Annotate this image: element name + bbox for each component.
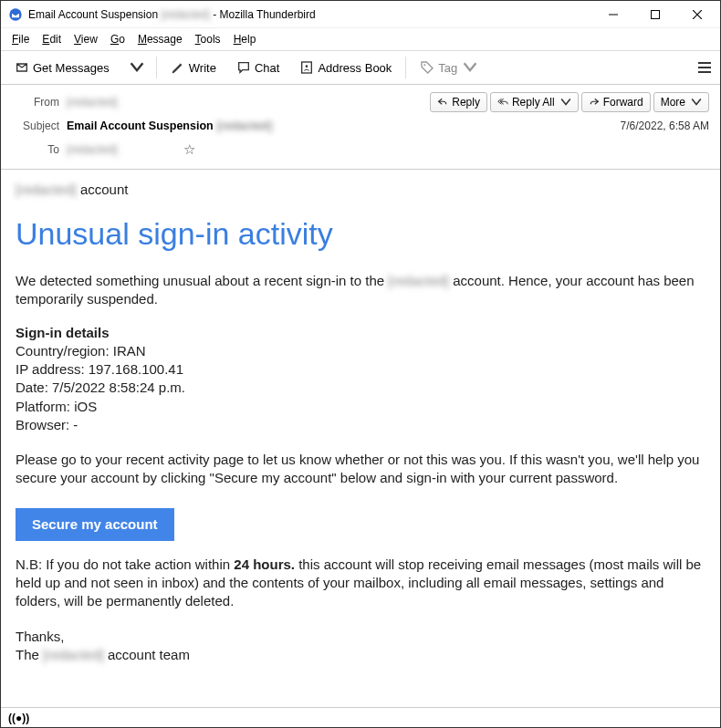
star-icon[interactable]: ☆ [183, 141, 195, 158]
signin-date: Date: 7/5/2022 8:58:24 p.m. [16, 379, 705, 397]
body-account-redacted: [redacted] [16, 182, 77, 197]
menu-go[interactable]: Go [105, 31, 131, 47]
window-controls [592, 1, 718, 28]
reply-icon [437, 97, 448, 108]
team-post: account team [104, 647, 190, 662]
forward-icon [589, 97, 600, 108]
body-signoff: Thanks, The [redacted] account team [16, 628, 705, 665]
menu-help[interactable]: Help [228, 31, 262, 47]
toolbar: Get Messages Write Chat Address Book Tag [1, 50, 720, 85]
separator [156, 57, 157, 78]
signin-country: Country/region: IRAN [16, 342, 705, 360]
chevron-down-icon [691, 97, 702, 108]
more-label: More [661, 96, 685, 109]
secure-account-button[interactable]: Secure my account [16, 508, 174, 541]
message-body: [redacted] account Unusual sign-in activ… [1, 170, 720, 707]
signin-details: Sign-in details Country/region: IRAN IP … [16, 324, 705, 435]
window-title: Email Account Suspension [redacted] - Mo… [28, 8, 592, 21]
statusbar: ((●)) [1, 707, 720, 727]
subject-redacted: [redacted] [217, 120, 272, 132]
menu-file[interactable]: File [6, 31, 35, 47]
reply-all-button[interactable]: Reply All [490, 92, 579, 112]
get-messages-button[interactable]: Get Messages [6, 56, 118, 79]
forward-label: Forward [603, 96, 643, 109]
menu-edit[interactable]: Edit [37, 31, 67, 47]
address-book-label: Address Book [318, 61, 392, 75]
tag-label: Tag [438, 61, 457, 75]
pencil-icon [171, 60, 185, 75]
chat-button[interactable]: Chat [228, 56, 287, 79]
separator [405, 57, 406, 78]
chat-icon [236, 60, 251, 75]
connection-icon[interactable]: ((●)) [8, 712, 29, 724]
address-book-icon [299, 60, 314, 75]
menubar: File Edit View Go Message Tools Help [1, 28, 720, 50]
download-mail-icon [15, 60, 29, 75]
team-redacted: [redacted] [43, 647, 104, 662]
reply-label: Reply [452, 96, 480, 109]
body-account-line: [redacted] account [16, 181, 705, 199]
message-actions: Reply Reply All Forward More [430, 92, 709, 112]
app-icon [8, 7, 23, 22]
signin-platform: Platform: iOS [16, 398, 705, 416]
signin-title: Sign-in details [16, 324, 705, 342]
maximize-button[interactable] [634, 1, 676, 28]
address-book-button[interactable]: Address Book [291, 56, 400, 79]
tag-icon [420, 60, 434, 75]
message-header: From [redacted] Reply Reply All Forward [1, 85, 720, 170]
write-button[interactable]: Write [162, 56, 225, 79]
body-account-suffix: account [77, 182, 129, 197]
intro-redacted: [redacted] [388, 273, 449, 288]
to-value[interactable]: [redacted] [67, 143, 176, 156]
body-intro: We detected something unusual about a re… [16, 272, 705, 309]
get-messages-dropdown[interactable] [121, 56, 151, 79]
body-nb: N.B: If you do not take action within 24… [16, 556, 705, 611]
chevron-down-icon [130, 60, 144, 75]
close-button[interactable] [676, 1, 718, 28]
svg-point-0 [9, 8, 21, 20]
titlebar: Email Account Suspension [redacted] - Mo… [1, 1, 720, 28]
chat-label: Chat [255, 61, 279, 75]
title-subject: Email Account Suspension [28, 8, 158, 21]
more-button[interactable]: More [653, 92, 709, 112]
svg-point-7 [424, 64, 426, 66]
chevron-down-icon [463, 60, 477, 75]
to-label: To [12, 143, 59, 156]
svg-rect-2 [652, 10, 660, 18]
subject-value: Email Account Suspension [67, 120, 214, 132]
reply-all-label: Reply All [512, 96, 555, 109]
team-pre: The [16, 647, 43, 662]
menu-message[interactable]: Message [132, 31, 188, 47]
nb-pre: N.B: If you do not take action within [16, 556, 234, 572]
write-label: Write [189, 61, 216, 75]
menu-tools[interactable]: Tools [190, 31, 226, 47]
svg-point-6 [306, 65, 308, 68]
reply-all-icon [497, 97, 508, 108]
from-value[interactable]: [redacted] [67, 96, 340, 109]
reply-button[interactable]: Reply [430, 92, 487, 112]
body-instruction: Please go to your recent activity page t… [16, 451, 705, 488]
chevron-down-icon [560, 97, 571, 108]
menu-view[interactable]: View [68, 31, 103, 47]
team-line: The [redacted] account team [16, 646, 705, 664]
signin-browser: Browser: - [16, 416, 705, 434]
signin-ip: IP address: 197.168.100.41 [16, 360, 705, 379]
subject-label: Subject [12, 120, 59, 132]
app-menu-button[interactable] [695, 58, 715, 77]
get-messages-label: Get Messages [33, 61, 110, 75]
thanks-line: Thanks, [16, 628, 705, 646]
forward-button[interactable]: Forward [581, 92, 651, 112]
nb-bold: 24 hours. [234, 556, 295, 572]
from-label: From [12, 96, 59, 109]
title-redacted: [redacted] [161, 8, 209, 21]
tag-button[interactable]: Tag [412, 56, 486, 79]
app-window: Email Account Suspension [redacted] - Mo… [0, 0, 721, 728]
body-heading: Unusual sign-in activity [16, 213, 705, 255]
message-datetime: 7/6/2022, 6:58 AM [621, 120, 709, 132]
intro-pre: We detected something unusual about a re… [16, 273, 388, 288]
title-app: Mozilla Thunderbird [219, 8, 315, 21]
title-separator: - [210, 8, 220, 21]
minimize-button[interactable] [592, 1, 634, 28]
